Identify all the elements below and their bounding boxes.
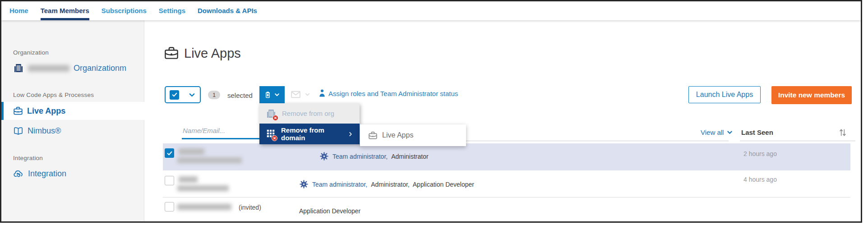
view-all-label: View all	[701, 129, 724, 136]
sidebar-item-organization[interactable]: Organizationm	[13, 63, 126, 73]
building-remove-icon	[266, 108, 277, 119]
selected-label: selected	[227, 92, 253, 99]
tab-subscriptions[interactable]: Subscriptions	[102, 1, 147, 20]
row-checkbox[interactable]	[165, 148, 174, 158]
check-icon	[166, 150, 173, 156]
table-row[interactable]: Team administrator, Administrator 2 hour…	[163, 143, 850, 170]
row-roles: Application Developer	[299, 207, 360, 215]
sidebar-item-label: Integration	[28, 169, 66, 179]
redacted-name	[179, 176, 198, 183]
building-icon	[13, 63, 24, 73]
chevron-right-icon	[348, 131, 353, 138]
row-checkbox[interactable]	[165, 176, 174, 185]
email-dropdown-button-disabled	[290, 89, 310, 100]
sidebar-item-nimbus[interactable]: Nimbus®	[13, 126, 61, 136]
remove-dropdown-button[interactable]	[259, 86, 285, 103]
briefcase-icon	[164, 46, 179, 61]
sidebar-section-integration: Integration	[13, 155, 43, 161]
sidebar-item-label: Live Apps	[27, 106, 65, 116]
top-nav: Home Team Members Subscriptions Settings…	[1, 1, 861, 20]
redacted-email	[177, 204, 231, 210]
page-title-text: Live Apps	[184, 46, 241, 61]
assign-roles-label: Assign roles and Team Administrator stat…	[328, 90, 458, 97]
launch-live-apps-button[interactable]: Launch Live Apps	[688, 86, 761, 103]
row-checkbox[interactable]	[165, 202, 174, 211]
table-row[interactable]: Team administrator, Administrator, Appli…	[163, 170, 850, 197]
sidebar-item-live-apps[interactable]: Live Apps	[1, 102, 144, 120]
team-administrator-badge-icon	[299, 179, 309, 189]
cloud-integration-icon	[13, 168, 24, 179]
sidebar: Organization Organizationm Low Code Apps…	[1, 20, 144, 221]
app-window: Home Team Members Subscriptions Settings…	[0, 0, 862, 223]
last-seen-value: 4 hours ago	[743, 176, 777, 183]
row-roles: Administrator, Application Developer	[371, 181, 474, 188]
page-title: Live Apps	[164, 46, 241, 61]
main-content: Live Apps 1 selected	[144, 20, 861, 221]
person-icon	[319, 89, 326, 97]
sidebar-item-label: Organizationm	[74, 64, 126, 73]
check-icon	[171, 92, 178, 98]
sidebar-item-label: Nimbus®	[28, 126, 61, 136]
assign-roles-link[interactable]: Assign roles and Team Administrator stat…	[319, 89, 458, 97]
team-administrator-badge-icon	[319, 152, 329, 161]
remove-x-badge	[272, 135, 277, 141]
tab-team-members[interactable]: Team Members	[41, 1, 89, 20]
team-administrator-label: Team administrator,	[332, 153, 388, 160]
chevron-down-icon	[726, 129, 733, 136]
last-seen-header: Last Seen	[741, 129, 773, 136]
view-all-dropdown[interactable]: View all	[701, 129, 733, 136]
redacted-org-name	[28, 65, 69, 72]
invite-new-members-button[interactable]: Invite new members	[771, 86, 852, 104]
team-administrator-label: Team administrator,	[312, 181, 367, 188]
submenu-live-apps[interactable]: Live Apps	[360, 124, 466, 146]
table-row[interactable]: (invited) Application Developer	[163, 197, 850, 223]
redacted-email	[177, 157, 242, 163]
envelope-icon	[290, 89, 302, 100]
chevron-down-icon	[274, 92, 280, 98]
sidebar-section-low-code: Low Code Apps & Processes	[13, 92, 94, 98]
redacted-email	[177, 185, 229, 191]
submenu-item-label: Live Apps	[382, 131, 413, 139]
menu-item-label: Remove from domain	[281, 126, 337, 142]
menu-item-remove-from-org: Remove from org	[259, 103, 360, 124]
row-roles: Administrator	[391, 153, 428, 160]
menu-item-remove-from-domain[interactable]: Remove from domain	[259, 124, 360, 144]
select-all-dropdown[interactable]	[165, 86, 201, 103]
book-icon	[13, 126, 23, 136]
select-all-checkbox[interactable]	[170, 90, 179, 100]
grid-remove-icon	[266, 129, 276, 139]
briefcase-icon	[368, 131, 378, 140]
menu-item-label: Remove from org	[282, 110, 334, 117]
invite-new-members-label: Invite new members	[778, 91, 845, 99]
briefcase-icon	[13, 106, 23, 116]
remove-x-badge	[272, 115, 278, 121]
redacted-name	[179, 148, 204, 155]
chevron-down-icon	[305, 92, 310, 97]
tab-home[interactable]: Home	[9, 1, 28, 20]
remove-dropdown-menu: Remove from org Remove from domain	[259, 103, 360, 144]
invited-label: (invited)	[239, 204, 261, 211]
chevron-down-icon	[188, 91, 196, 99]
trash-icon	[264, 91, 272, 99]
column-underline	[740, 141, 855, 141]
tab-settings[interactable]: Settings	[159, 1, 185, 20]
sidebar-item-integration[interactable]: Integration	[13, 168, 66, 179]
selected-count-badge: 1	[208, 91, 220, 99]
last-seen-value: 2 hours ago	[743, 150, 777, 157]
tab-downloads-apis[interactable]: Downloads & APIs	[198, 1, 257, 20]
sidebar-section-organization: Organization	[13, 49, 49, 56]
launch-live-apps-label: Launch Live Apps	[696, 91, 753, 99]
sort-icon[interactable]	[838, 128, 847, 138]
